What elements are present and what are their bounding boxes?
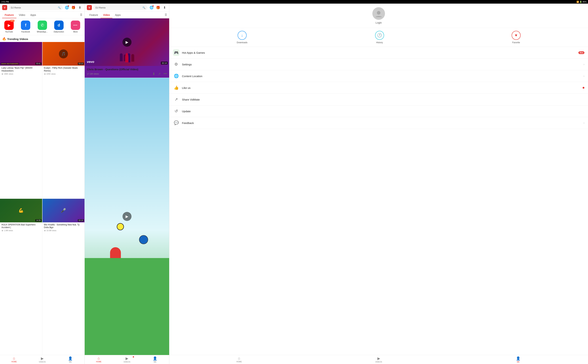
action-downloads[interactable]: ↓ Downloads — [237, 31, 247, 44]
featured-video[interactable]: ▶ vevo 02:14 Chris Brown - Questions (Of… — [85, 18, 169, 78]
thumb-bg-2: 🎵 — [43, 42, 85, 65]
menu-feedback[interactable]: 💬 Feedback › — [169, 117, 588, 129]
menu-content-location[interactable]: 🌐 Content Location › — [169, 70, 588, 82]
gift-icon-1[interactable]: 🎁 — [71, 5, 76, 10]
share-vidmate-text: Share VidMate — [182, 98, 584, 101]
dailymotion-icon: d — [54, 20, 64, 30]
home-icon-1: ⌂ — [13, 356, 15, 360]
trending-header: 🔥 Trending Videos — [0, 35, 84, 42]
trending-title: Trending Videos — [7, 38, 28, 40]
download-action[interactable]: ⬇ — [152, 72, 155, 76]
nav-videos-2[interactable]: ▶ VIDEOS — [113, 356, 141, 363]
feedback-text: Feedback — [182, 121, 581, 124]
home-icon-2: ⌂ — [98, 356, 100, 360]
search-icon-2[interactable]: 🔍 — [142, 6, 145, 9]
play-btn-2[interactable]: ▶ — [123, 212, 131, 221]
nav-home-1[interactable]: ⌂ HOME — [0, 356, 28, 363]
thumb-bg-4: 🎤 — [43, 199, 85, 222]
video-thumb-1: WSHH HEATSEEKERS 03:41 — [0, 42, 42, 65]
like-us-text: Like us — [182, 86, 579, 89]
center-dancer — [125, 53, 129, 62]
youtube-icon: ▶ HOT — [4, 20, 14, 30]
search-field-1[interactable]: DJ Remix 🔍 — [9, 5, 63, 10]
vidmate-logo-2: V — [87, 5, 92, 10]
update-icon: ↺ — [173, 108, 179, 114]
search-bar-2: V DJ Remix 🔍 🌐 🎁 ⬇ — [85, 4, 169, 12]
video-title-2: Evalyn - Filthy Rich (Sweater Beats Remi… — [44, 67, 83, 72]
menu-update[interactable]: ↺ Update — [169, 105, 588, 117]
action-favorite[interactable]: ♥ Favorite — [512, 31, 521, 44]
tab-apps-2[interactable]: Apps — [112, 12, 123, 18]
nav-home-2[interactable]: ⌂ HOME — [85, 356, 113, 363]
play-button[interactable]: ▶ — [123, 38, 131, 47]
search-field-2[interactable]: DJ Remix 🔍 — [93, 5, 148, 10]
videos-icon-right: ▶ — [377, 356, 380, 361]
video-title-1: Lady Lebraa "Back Flip" (WSHH Heatseeker… — [1, 67, 41, 72]
screen-icon-1: 🖥 — [1, 73, 3, 75]
video-card-2[interactable]: 🎵 03:10 Evalyn - Filthy Rich (Sweater Be… — [43, 42, 85, 198]
like-us-icon: 👍 — [173, 84, 179, 91]
quick-youtube[interactable]: ▶ HOT YouTube — [1, 20, 17, 33]
thumb-bg-1: WSHH HEATSEEKERS — [0, 42, 42, 65]
tabs-more-1[interactable]: ⠿ — [80, 12, 82, 18]
globe-icon-2[interactable]: 🌐 — [149, 5, 154, 10]
trap-nation-logo: 🎵 — [59, 49, 68, 58]
action-history[interactable]: 🕐 History — [375, 31, 384, 44]
video-meta-3: 🖥 1.0M views — [1, 230, 41, 232]
tab-video-1[interactable]: Video — [16, 12, 28, 18]
video-card-3[interactable]: 💪 14:39 HULK OPERATION Bad Superhero Acc… — [0, 199, 42, 355]
globe-icon-1[interactable]: 🌐 — [64, 5, 69, 10]
more-action[interactable]: ••• — [164, 72, 167, 76]
update-text: Update — [182, 110, 584, 113]
quick-more[interactable]: ••• More — [68, 20, 83, 33]
menu-share-vidmate[interactable]: ↗ Share VidMate — [169, 94, 588, 105]
videos-dot-2 — [133, 356, 134, 358]
music-icon: 🎤 — [61, 208, 66, 213]
nav-videos-right[interactable]: ▶ VIDEOS — [309, 356, 449, 363]
more-label: More — [73, 31, 78, 33]
nav-me-1[interactable]: 👤 ME — [56, 356, 84, 363]
youtube-label: YouTube — [5, 31, 13, 33]
share-action[interactable]: ↗ — [158, 72, 161, 76]
gift-icon-2[interactable]: 🎁 — [155, 5, 161, 10]
tabs-more-2[interactable]: ⠿ — [165, 12, 167, 18]
nav-me-right[interactable]: 👤 ME — [448, 356, 588, 363]
menu-hot-apps[interactable]: 🎮 Hot Apps & Games New — [169, 47, 588, 58]
tab-feature-2[interactable]: Feature — [87, 12, 101, 18]
ground — [85, 258, 169, 355]
search-icon-1[interactable]: 🔍 — [58, 6, 61, 9]
fire-icon: 🔥 — [2, 37, 6, 41]
video-card-4[interactable]: 🎤 03:19 Wiz Khalifa - Something New feat… — [43, 199, 85, 355]
second-video[interactable]: ▶ — [85, 78, 169, 355]
menu-like-us[interactable]: 👍 Like us — [169, 82, 588, 94]
share-vidmate-icon: ↗ — [173, 96, 179, 103]
home-icon-right: ⌂ — [238, 356, 240, 360]
quick-whatsapp[interactable]: ✆ WhatsApp... — [35, 20, 50, 33]
thumb-bg-3: 💪 — [0, 199, 42, 222]
favorite-icon: ♥ — [512, 31, 521, 40]
avatar[interactable] — [372, 7, 385, 20]
me-icon-1: 👤 — [68, 356, 73, 361]
feedback-chevron: › — [583, 121, 584, 124]
nav-me-2[interactable]: 👤 ME — [141, 356, 169, 363]
menu-settings[interactable]: ⚙ Settings › — [169, 58, 588, 70]
video-info-1: Lady Lebraa "Back Flip" (WSHH Heatseeker… — [0, 65, 42, 76]
screen-icon-3: 🖥 — [1, 230, 3, 232]
like-dot — [583, 87, 584, 89]
featured-info: Chris Brown - Questions (Official Video)… — [85, 66, 169, 78]
download-icon-2[interactable]: ⬇ — [162, 5, 167, 10]
nav-videos-1[interactable]: ▶ VIDEOS — [28, 356, 56, 363]
nav-home-right[interactable]: ⌂ HOME — [169, 356, 309, 363]
video-card-1[interactable]: WSHH HEATSEEKERS 03:41 Lady Lebraa "Back… — [0, 42, 42, 198]
quick-facebook[interactable]: f Facebook — [18, 20, 33, 33]
quick-dailymotion[interactable]: d Dailymotion — [51, 20, 66, 33]
download-icon-1[interactable]: ⬇ — [77, 5, 82, 10]
featured-duration: 02:14 — [161, 62, 168, 65]
tabs-1: Feature Video Apps ⠿ — [0, 12, 84, 18]
login-label[interactable]: Login — [376, 21, 382, 24]
video-title-3: HULK OPERATION Bad Superhero Accident | — [1, 223, 41, 229]
duration-3: 14:39 — [35, 219, 41, 222]
tab-feature-1[interactable]: Feature — [2, 12, 16, 18]
tab-apps-1[interactable]: Apps — [28, 12, 39, 18]
tab-video-2[interactable]: Video — [101, 12, 112, 18]
